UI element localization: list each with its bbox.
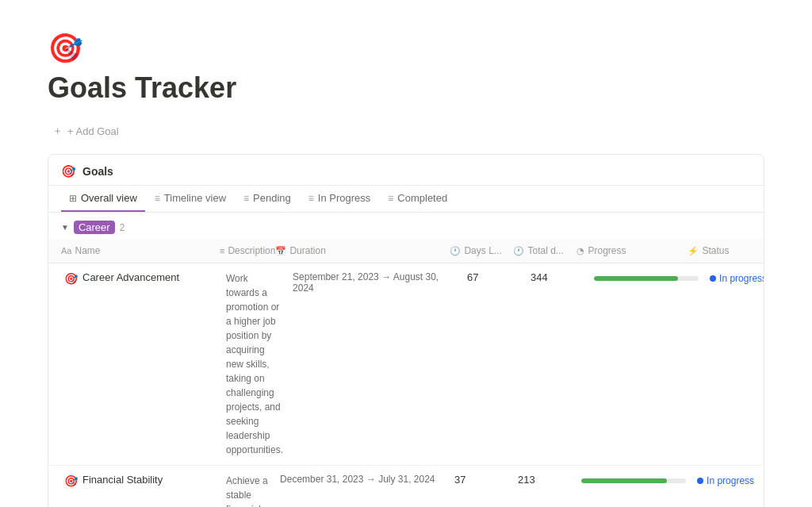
goal-icon: 🎯 [64, 272, 78, 285]
tab-timeline-view[interactable]: ≡ Timeline view [147, 186, 234, 212]
col-total-d-career: 🕐 Total d... [513, 242, 576, 259]
goal-icon: 🎯 [64, 474, 78, 487]
cell-desc-career-advancement: Work towards a promotion or a higher job… [220, 267, 289, 462]
database-header: 🎯 Goals [48, 155, 764, 186]
cell-status-career-advancement: In progress [702, 267, 764, 290]
col-duration-career: 📅 Duration [275, 242, 450, 259]
cell-duration-financial-stability: December 31, 2023 → July 31, 2024 [277, 469, 451, 490]
page-icon: 🎯 [48, 32, 764, 65]
cell-days-left-career-advancement: 67 [464, 267, 527, 288]
cell-total-d-financial-stability: 213 [515, 469, 578, 490]
status-dot-in-progress [710, 275, 716, 282]
plus-icon: ＋ [52, 124, 63, 138]
tab-timeline-view-label: Timeline view [164, 192, 226, 204]
tab-pending[interactable]: ≡ Pending [236, 186, 299, 212]
col-days-left-career: 🕐 Days L... [450, 242, 513, 259]
tab-overall-view[interactable]: ⊞ Overall view [61, 186, 145, 212]
database-icon: 🎯 [61, 164, 76, 179]
tab-completed[interactable]: ≡ Completed [380, 186, 455, 212]
col-progress-career: ◔ Progress [576, 242, 688, 259]
add-goal-label: + Add Goal [67, 125, 119, 137]
add-goal-button[interactable]: ＋ + Add Goal [48, 121, 124, 141]
tab-completed-label: Completed [397, 192, 447, 204]
cell-status-financial-stability: In progress [689, 469, 764, 493]
cell-name-career-advancement: 🎯 Career Advancement [61, 267, 220, 290]
tab-pending-label: Pending [253, 192, 291, 204]
cell-progress-financial-stability [578, 469, 689, 488]
status-dot-in-progress [697, 478, 703, 484]
database-container: 🎯 Goals ⊞ Overall view ≡ Timeline view ≡… [48, 154, 764, 507]
group-count-career: 2 [120, 222, 125, 233]
table-row[interactable]: 🎯 Financial Stability Achieve a stable f… [48, 466, 764, 507]
group-label-career: Career [74, 221, 115, 234]
cell-duration-career-advancement: September 21, 2023 → August 30, 2024 [289, 267, 464, 298]
tab-completed-icon: ≡ [388, 193, 393, 204]
career-table-header: Aa Name ≡ Description 📅 Duration 🕐 Days … [48, 239, 764, 263]
table-row[interactable]: 🎯 Career Advancement Work towards a prom… [48, 263, 764, 466]
tab-in-progress-label: In Progress [318, 192, 370, 204]
tab-timeline-view-icon: ≡ [155, 193, 160, 204]
tab-in-progress[interactable]: ≡ In Progress [301, 186, 379, 212]
tab-overall-view-icon: ⊞ [69, 193, 77, 204]
group-toggle-career[interactable]: ▼ [61, 223, 69, 232]
database-title: Goals [82, 165, 113, 178]
cell-days-left-financial-stability: 37 [451, 469, 515, 490]
cell-name-financial-stability: 🎯 Financial Stability [61, 469, 220, 492]
col-description-career: ≡ Description [220, 242, 275, 259]
tabs-row: ⊞ Overall view ≡ Timeline view ≡ Pending… [48, 186, 764, 213]
cell-desc-financial-stability: Achieve a stable financial situation by … [220, 469, 277, 507]
cell-progress-career-advancement [591, 267, 702, 286]
col-name-career: Aa Name [61, 242, 220, 259]
col-status-career: ⚡ Status [688, 242, 764, 259]
tab-in-progress-icon: ≡ [308, 193, 314, 204]
page-title: Goals Tracker [48, 71, 764, 105]
tab-overall-view-label: Overall view [81, 192, 137, 204]
tab-pending-icon: ≡ [243, 193, 249, 204]
group-header-career: ▼ Career 2 [48, 213, 764, 239]
cell-total-d-career-advancement: 344 [527, 267, 591, 288]
